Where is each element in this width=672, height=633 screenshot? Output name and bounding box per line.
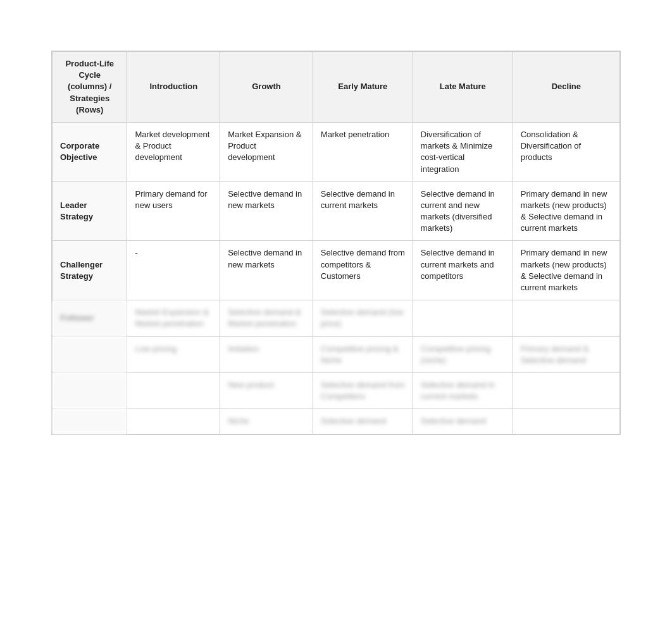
cell-follower2-decline: Primary demand & Selective demand [513, 336, 619, 372]
cell-follower3-growth: New product [220, 372, 313, 409]
cell-challenger-introduction: - [127, 241, 220, 300]
cell-follower1-introduction: Market Expansion & Market penetration [127, 300, 220, 336]
cell-follower3-late-mature: Selective demand in current markets [413, 372, 513, 409]
cell-follower3-decline [513, 372, 619, 409]
strategy-table: Product-Life Cycle (columns) / Strategie… [52, 51, 620, 434]
cell-challenger-late-mature: Selective demand in current markets and … [413, 241, 513, 300]
header-growth: Growth [220, 52, 313, 123]
row-label-leader: Leader Strategy [53, 181, 127, 241]
cell-corporate-late-mature: Diversification of markets & Minimize co… [413, 122, 513, 181]
table-row: Low pricing Imitation Competitive pricin… [53, 336, 620, 372]
cell-follower3-early-mature: Selective demand from Competitors [313, 372, 413, 409]
cell-follower1-growth: Selective demand & Market penetration [220, 300, 313, 336]
cell-follower4-decline [513, 409, 619, 434]
cell-corporate-decline: Consolidation & Diversification of produ… [513, 122, 619, 181]
cell-follower4-late-mature: Selective demand [413, 409, 513, 434]
cell-follower1-early-mature: Selective demand (low price) [313, 300, 413, 336]
row-label-challenger: Challenger Strategy [53, 241, 127, 300]
table-row: New product Selective demand from Compet… [53, 372, 620, 409]
header-decline: Decline [513, 52, 619, 123]
cell-follower4-early-mature: Selective demand [313, 409, 413, 434]
cell-follower2-growth: Imitation [220, 336, 313, 372]
cell-corporate-introduction: Market development & Product development [127, 122, 220, 181]
cell-leader-growth: Selective demand in new markets [220, 181, 313, 241]
cell-challenger-growth: Selective demand in new markets [220, 241, 313, 300]
cell-follower2-late-mature: Competitive pricing (niche) [413, 336, 513, 372]
table-row: Corporate Objective Market development &… [53, 122, 620, 181]
cell-follower4-growth: Niche [220, 409, 313, 434]
table-container: Product-Life Cycle (columns) / Strategie… [51, 51, 621, 435]
header-late-mature: Late Mature [413, 52, 513, 123]
cell-leader-introduction: Primary demand for new users [127, 181, 220, 241]
cell-follower3-introduction [127, 372, 220, 409]
header-rowcol: Product-Life Cycle (columns) / Strategie… [53, 52, 127, 123]
row-label-follower3 [53, 372, 127, 409]
cell-follower4-introduction [127, 409, 220, 434]
header-early-mature: Early Mature [313, 52, 413, 123]
table-row: Niche Selective demand Selective demand [53, 409, 620, 434]
row-label-follower: Follower [53, 300, 127, 336]
cell-corporate-early-mature: Market penetration [313, 122, 413, 181]
cell-leader-early-mature: Selective demand in current markets [313, 181, 413, 241]
cell-leader-late-mature: Selective demand in current and new mark… [413, 181, 513, 241]
row-label-follower2 [53, 336, 127, 372]
table-row: Follower Market Expansion & Market penet… [53, 300, 620, 336]
cell-leader-decline: Primary demand in new markets (new produ… [513, 181, 619, 241]
cell-follower2-introduction: Low pricing [127, 336, 220, 372]
cell-challenger-early-mature: Selective demand from competitors & Cust… [313, 241, 413, 300]
table-row: Challenger Strategy - Selective demand i… [53, 241, 620, 300]
cell-follower1-decline [513, 300, 619, 336]
table-row: Leader Strategy Primary demand for new u… [53, 181, 620, 241]
cell-follower1-late-mature [413, 300, 513, 336]
cell-corporate-growth: Market Expansion & Product development [220, 122, 313, 181]
cell-follower2-early-mature: Competitive pricing & Niche [313, 336, 413, 372]
row-label-corporate: Corporate Objective [53, 122, 127, 181]
page-wrapper: Product-Life Cycle (columns) / Strategie… [0, 0, 672, 633]
cell-challenger-decline: Primary demand in new markets (new produ… [513, 241, 619, 300]
row-label-follower4 [53, 409, 127, 434]
header-introduction: Introduction [127, 52, 220, 123]
